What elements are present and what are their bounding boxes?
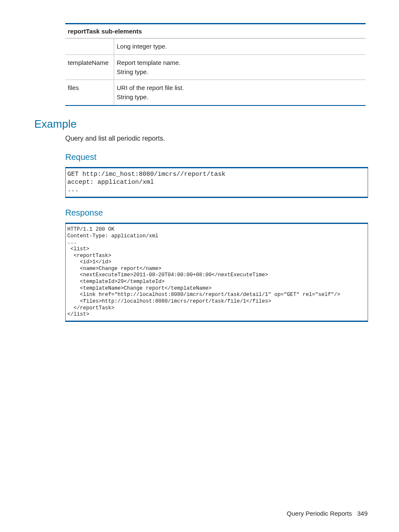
cell-desc: Long integer type. — [114, 39, 366, 55]
cell-desc: Report template name.String type. — [114, 54, 366, 80]
table-row: Long integer type. — [65, 39, 366, 55]
table-row: files URI of the report file list.String… — [65, 80, 366, 105]
sub-elements-table: reportTask sub-elements Long integer typ… — [65, 23, 366, 106]
response-heading: Response — [65, 208, 368, 218]
cell-desc: URI of the report file list.String type. — [114, 80, 366, 105]
table-header: reportTask sub-elements — [65, 24, 366, 39]
table-row: templateName Report template name.String… — [65, 54, 366, 80]
footer-page-number: 349 — [357, 510, 368, 517]
cell-name: templateName — [65, 54, 114, 80]
request-heading: Request — [65, 152, 368, 162]
example-heading: Example — [34, 118, 368, 131]
response-code-block: HTTP/1.1 200 OK Content-Type: applicatio… — [65, 223, 368, 322]
cell-name: files — [65, 80, 114, 105]
footer-title: Query Periodic Reports — [287, 510, 352, 517]
example-intro: Query and list all periodic reports. — [65, 135, 368, 142]
request-code-block: GET http:/imc_host:8080/imcrs//report/ta… — [65, 167, 368, 198]
page-content: reportTask sub-elements Long integer typ… — [0, 0, 399, 322]
cell-name — [65, 39, 114, 55]
page-footer: Query Periodic Reports 349 — [287, 510, 368, 517]
